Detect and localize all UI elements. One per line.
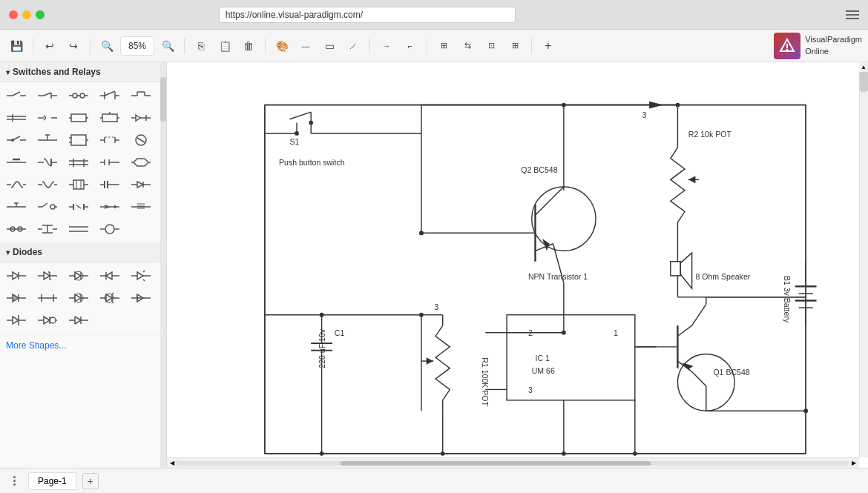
shape-item[interactable] <box>96 196 123 217</box>
sidebar-scrollbar[interactable] <box>160 62 166 468</box>
shape-item[interactable] <box>65 107 92 128</box>
shape-item[interactable] <box>128 196 154 217</box>
shape-item[interactable] <box>96 174 123 195</box>
line-style-button[interactable]: ⌐ <box>400 36 421 56</box>
section-diodes[interactable]: ▾ Diodes <box>0 242 160 262</box>
shape-item[interactable] <box>3 174 30 195</box>
paste-button[interactable]: 📋 <box>214 36 235 56</box>
horizontal-scroll-thumb[interactable] <box>341 461 651 466</box>
diode-item[interactable] <box>128 288 154 308</box>
shape-item[interactable] <box>34 130 61 150</box>
connector-button[interactable]: → <box>376 36 397 56</box>
shape-item[interactable] <box>3 107 30 128</box>
shape-item[interactable] <box>96 152 123 173</box>
shape-item[interactable] <box>65 196 92 217</box>
diode-item[interactable] <box>34 310 61 331</box>
shape-item[interactable] <box>34 152 61 173</box>
diode-item[interactable] <box>96 265 123 286</box>
shape-item[interactable] <box>34 85 61 106</box>
shape-item[interactable] <box>96 107 123 128</box>
extra-button[interactable]: ⊞ <box>504 36 525 56</box>
diode-item[interactable] <box>3 288 30 308</box>
zoom-in-button[interactable]: 🔍 <box>157 36 178 56</box>
delete-button[interactable]: 🗑 <box>238 36 259 56</box>
shape-item[interactable] <box>96 85 123 106</box>
svg-point-12 <box>80 93 85 98</box>
shape-item[interactable] <box>128 107 154 128</box>
diode-item[interactable] <box>65 265 92 286</box>
zoom-out-button[interactable]: 🔍 <box>96 36 117 56</box>
shape-item[interactable] <box>34 196 61 217</box>
shape-item[interactable] <box>96 219 123 239</box>
titlebar: https://online.visual-paradigm.com/ <box>0 0 868 30</box>
shape-item[interactable] <box>65 219 92 239</box>
diode-item[interactable] <box>65 288 92 308</box>
scroll-corner-right[interactable]: ▶ <box>849 457 859 468</box>
vertical-scroll-thumb[interactable] <box>860 70 868 92</box>
diode-item[interactable] <box>96 288 123 308</box>
shape-item[interactable] <box>128 85 154 106</box>
section-switches-relays[interactable]: ▾ Switches and Relays <box>0 62 160 82</box>
shape-item[interactable] <box>3 196 30 217</box>
fill-button[interactable]: 🎨 <box>272 36 292 56</box>
resize-button[interactable]: ⊡ <box>481 36 502 56</box>
vertical-scrollbar[interactable] <box>859 62 868 457</box>
more-shapes-link[interactable]: More Shapes... <box>0 334 160 357</box>
waypoint-button[interactable]: ⟋ <box>343 36 364 56</box>
copy-button[interactable]: ⎘ <box>191 36 211 56</box>
save-button[interactable]: 💾 <box>6 36 27 56</box>
shape-button[interactable]: ▭ <box>319 36 340 56</box>
svg-marker-169 <box>44 317 50 324</box>
page-tab[interactable]: Page-1 <box>28 472 76 490</box>
diode-item[interactable] <box>3 310 30 331</box>
svg-marker-135 <box>106 272 112 279</box>
horizontal-scrollbar[interactable] <box>167 457 859 468</box>
minimize-button[interactable] <box>22 10 31 19</box>
scroll-corner-left[interactable]: ◀ <box>167 457 177 468</box>
shape-item[interactable] <box>34 219 61 239</box>
diode-item[interactable] <box>34 288 61 308</box>
main-layout: ▾ Switches and Relays <box>0 62 868 468</box>
shape-item[interactable] <box>3 130 30 150</box>
shape-item[interactable] <box>65 152 92 173</box>
svg-text:3: 3 <box>642 110 646 119</box>
menu-button[interactable] <box>846 10 859 19</box>
svg-text:220 uF 10v: 220 uF 10v <box>318 328 326 368</box>
diode-item[interactable] <box>3 265 30 286</box>
svg-point-117 <box>105 225 114 234</box>
shape-item[interactable] <box>3 85 30 106</box>
close-button[interactable] <box>9 10 18 19</box>
maximize-button[interactable] <box>36 10 45 19</box>
svg-text:Push button switch: Push button switch <box>279 158 345 167</box>
bottom-bar: Page-1 + <box>0 468 868 493</box>
shape-item[interactable] <box>3 219 30 239</box>
redo-button[interactable]: ↪ <box>63 36 84 56</box>
flip-button[interactable]: ⇆ <box>457 36 478 56</box>
switches-grid <box>0 82 160 242</box>
shape-item[interactable] <box>128 152 154 173</box>
shape-item[interactable] <box>128 174 154 195</box>
add-page-button[interactable]: + <box>82 473 99 489</box>
shape-item[interactable] <box>3 152 30 173</box>
shape-item[interactable] <box>65 85 92 106</box>
shape-item[interactable] <box>96 130 123 150</box>
arrange-button[interactable]: ⊞ <box>433 36 454 56</box>
shape-item[interactable] <box>65 174 92 195</box>
diode-item[interactable] <box>65 310 92 331</box>
add-button[interactable]: + <box>538 36 559 56</box>
svg-marker-124 <box>44 272 50 279</box>
undo-button[interactable]: ↩ <box>39 36 60 56</box>
diode-item[interactable] <box>128 265 154 286</box>
line-color-button[interactable]: — <box>295 36 316 56</box>
diode-item[interactable] <box>34 265 61 286</box>
canvas-area[interactable]: S1 Push button switch <box>167 62 868 468</box>
shape-item[interactable] <box>34 107 61 128</box>
svg-text:B1 3v Battery: B1 3v Battery <box>783 276 792 323</box>
shape-item[interactable] <box>128 130 154 150</box>
shape-item[interactable] <box>65 130 92 150</box>
page-menu-button[interactable] <box>6 473 22 489</box>
url-bar[interactable]: https://online.visual-paradigm.com/ <box>219 7 516 23</box>
shape-item[interactable] <box>34 174 61 195</box>
svg-line-4 <box>13 92 20 96</box>
scroll-arrow-up[interactable]: ▲ <box>859 62 868 73</box>
